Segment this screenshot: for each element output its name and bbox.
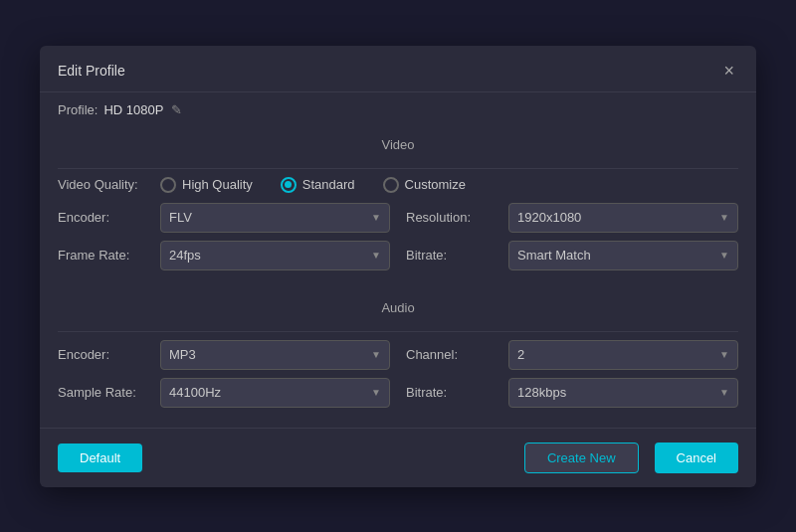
dialog-footer: Default Create New Cancel	[40, 428, 756, 487]
quality-customize-radio[interactable]	[383, 177, 399, 193]
video-encoder-arrow: ▼	[371, 212, 381, 223]
audio-encoder-value: MP3	[169, 347, 196, 362]
audio-encoder-label: Encoder:	[58, 347, 152, 362]
video-framerate-row: Frame Rate: 24fps ▼	[58, 241, 390, 270]
audio-bitrate-arrow: ▼	[719, 387, 729, 398]
audio-samplerate-row: Sample Rate: 44100Hz ▼	[58, 378, 390, 408]
edit-profile-icon[interactable]: ✎	[171, 102, 182, 117]
video-bitrate-row: Bitrate: Smart Match ▼	[406, 241, 738, 270]
audio-samplerate-arrow: ▼	[371, 387, 381, 398]
video-encoder-row: Encoder: FLV ▼	[58, 203, 390, 233]
profile-row: Profile: HD 1080P ✎	[40, 92, 756, 125]
video-section-header: Video	[58, 131, 738, 156]
quality-high-label: High Quality	[182, 177, 253, 192]
title-bar: Edit Profile ×	[40, 46, 756, 92]
audio-bitrate-label: Bitrate:	[406, 385, 500, 400]
video-framerate-label: Frame Rate:	[58, 248, 152, 263]
audio-divider	[58, 331, 738, 332]
quality-standard-label: Standard	[302, 177, 355, 192]
quality-standard-option[interactable]: Standard	[281, 177, 355, 193]
quality-high-option[interactable]: High Quality	[160, 177, 253, 193]
video-encoder-dropdown[interactable]: FLV ▼	[160, 203, 390, 233]
audio-section: Audio Encoder: MP3 ▼ Channel: 2 ▼	[40, 288, 756, 420]
audio-channel-value: 2	[517, 347, 524, 362]
audio-bitrate-value: 128kbps	[517, 385, 566, 400]
quality-customize-label: Customize	[405, 177, 466, 192]
video-framerate-arrow: ▼	[371, 250, 381, 261]
video-encoder-value: FLV	[169, 210, 192, 225]
video-bitrate-value: Smart Match	[517, 248, 591, 263]
audio-bitrate-dropdown[interactable]: 128kbps ▼	[508, 378, 738, 408]
audio-form-grid: Encoder: MP3 ▼ Channel: 2 ▼ Sample Rate:…	[58, 340, 738, 408]
audio-channel-label: Channel:	[406, 347, 500, 362]
video-framerate-value: 24fps	[169, 248, 201, 263]
video-resolution-value: 1920x1080	[517, 210, 581, 225]
quality-high-radio[interactable]	[160, 177, 176, 193]
video-resolution-label: Resolution:	[406, 210, 500, 225]
video-divider	[58, 168, 738, 169]
video-framerate-dropdown[interactable]: 24fps ▼	[160, 241, 390, 270]
audio-channel-row: Channel: 2 ▼	[406, 340, 738, 370]
video-quality-label: Video Quality:	[58, 177, 152, 192]
footer-right-buttons: Create New Cancel	[524, 443, 738, 473]
edit-profile-dialog: Edit Profile × Profile: HD 1080P ✎ Video…	[40, 46, 756, 487]
video-section: Video Video Quality: High Quality Standa…	[40, 125, 756, 282]
video-bitrate-label: Bitrate:	[406, 248, 500, 263]
audio-samplerate-dropdown[interactable]: 44100Hz ▼	[160, 378, 390, 408]
audio-section-header: Audio	[58, 294, 738, 319]
audio-channel-dropdown[interactable]: 2 ▼	[508, 340, 738, 370]
default-button[interactable]: Default	[58, 443, 142, 472]
create-new-button[interactable]: Create New	[524, 443, 639, 473]
audio-encoder-arrow: ▼	[371, 349, 381, 360]
profile-value: HD 1080P	[103, 102, 163, 117]
dialog-title: Edit Profile	[58, 63, 125, 79]
profile-label: Profile:	[58, 102, 98, 117]
audio-channel-arrow: ▼	[719, 349, 729, 360]
quality-standard-radio[interactable]	[281, 177, 297, 193]
video-resolution-dropdown[interactable]: 1920x1080 ▼	[508, 203, 738, 233]
audio-samplerate-label: Sample Rate:	[58, 385, 152, 400]
audio-encoder-row: Encoder: MP3 ▼	[58, 340, 390, 370]
video-form-grid: Encoder: FLV ▼ Resolution: 1920x1080 ▼ F…	[58, 203, 738, 270]
video-encoder-label: Encoder:	[58, 210, 152, 225]
close-button[interactable]: ×	[719, 60, 738, 82]
audio-encoder-dropdown[interactable]: MP3 ▼	[160, 340, 390, 370]
video-bitrate-arrow: ▼	[719, 250, 729, 261]
video-resolution-arrow: ▼	[719, 212, 729, 223]
video-quality-row: Video Quality: High Quality Standard Cus…	[58, 177, 738, 193]
video-resolution-row: Resolution: 1920x1080 ▼	[406, 203, 738, 233]
audio-samplerate-value: 44100Hz	[169, 385, 221, 400]
cancel-button[interactable]: Cancel	[655, 443, 738, 473]
quality-customize-option[interactable]: Customize	[383, 177, 466, 193]
audio-bitrate-row: Bitrate: 128kbps ▼	[406, 378, 738, 408]
video-bitrate-dropdown[interactable]: Smart Match ▼	[508, 241, 738, 270]
